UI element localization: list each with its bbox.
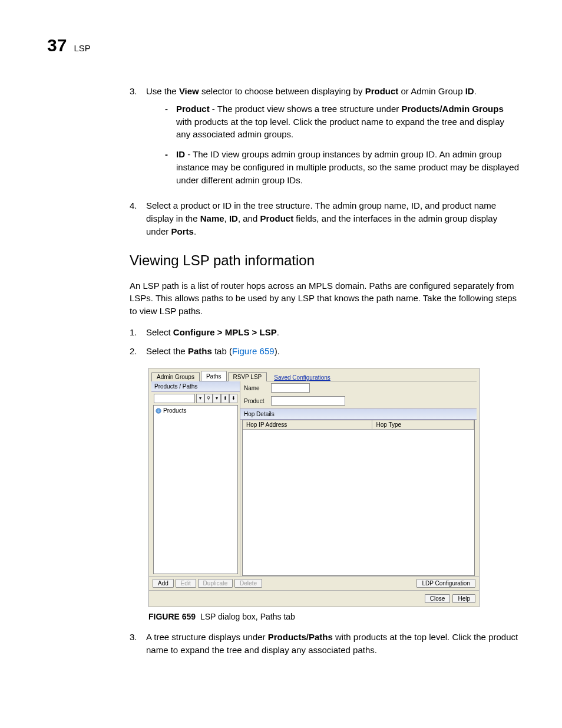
- intro-paragraph: An LSP path is a list of router hops acr…: [130, 279, 521, 318]
- step-text: Select: [146, 327, 173, 337]
- bold-id: ID: [176, 149, 185, 159]
- tree-root-label: Products: [163, 407, 186, 414]
- figure-659: Admin Groups Paths RSVP LSP Saved Config…: [148, 368, 521, 607]
- bold-product: Product: [260, 213, 293, 223]
- dropdown-button[interactable]: ▾: [196, 394, 204, 403]
- step-marker: 2.: [130, 345, 139, 358]
- path-step-2: 2. Select the Paths tab (Figure 659).: [130, 345, 521, 358]
- dialog-footer: Close Help: [149, 590, 479, 607]
- step-marker: 1.: [130, 326, 139, 339]
- bullet-marker: -: [165, 103, 168, 141]
- bold-ports: Ports: [171, 226, 194, 236]
- step-text: or Admin Group: [398, 86, 465, 96]
- tree-root-products[interactable]: Products: [156, 407, 236, 414]
- content-area: 3. Use the View selector to choose betwe…: [130, 85, 521, 657]
- step-text: , and: [238, 213, 260, 223]
- close-button[interactable]: Close: [425, 594, 451, 603]
- globe-icon: [156, 408, 161, 414]
- name-field[interactable]: [271, 383, 310, 393]
- step-text: .: [277, 327, 279, 337]
- tab-bar: Admin Groups Paths RSVP LSP Saved Config…: [149, 368, 479, 381]
- figure-caption-label: FIGURE 659: [148, 612, 196, 621]
- bullet-product: - Product - The product view shows a tre…: [165, 103, 521, 141]
- bullet-text: - The ID view groups admin group instanc…: [176, 149, 519, 185]
- action-row: Add Edit Duplicate Delete LDP Configurat…: [149, 576, 479, 590]
- left-pane: Products / Paths ▾ ⚲ ▾ ⬆ ⬇: [151, 381, 240, 576]
- bold-id: ID: [229, 213, 238, 223]
- duplicate-button[interactable]: Duplicate: [198, 579, 233, 588]
- right-pane: Name Product Hop Details Hop IP Address …: [240, 381, 477, 576]
- bold-paths-tab: Paths: [188, 346, 212, 356]
- bold-product: Product: [176, 104, 210, 114]
- bullet-list: - Product - The product view shows a tre…: [165, 103, 521, 187]
- page: 37 LSP 3. Use the View selector to choos…: [0, 0, 562, 700]
- path-step-1: 1. Select Configure > MPLS > LSP.: [130, 326, 521, 339]
- figure-caption: FIGURE 659 LSP dialog box, Paths tab: [148, 612, 521, 621]
- step-text: A tree structure displays under: [146, 632, 268, 642]
- step-text: ,: [224, 213, 229, 223]
- chapter-number: 37: [47, 35, 67, 55]
- step-text: tab (: [212, 346, 232, 356]
- step-text: Select the: [146, 346, 188, 356]
- expand-down-button[interactable]: ⬇: [229, 394, 237, 403]
- bold-name: Name: [200, 213, 224, 223]
- dropdown-button-2[interactable]: ▾: [213, 394, 221, 403]
- step-text: ).: [275, 346, 280, 356]
- step-text: .: [474, 86, 477, 96]
- step-4: 4. Select a product or ID in the tree st…: [130, 199, 521, 238]
- step-list-after-figure: 3. A tree structure displays under Produ…: [130, 631, 521, 657]
- hop-details-header: Hop Details: [240, 409, 477, 420]
- figure-caption-text: LSP dialog box, Paths tab: [200, 612, 295, 621]
- col-hop-ip: Hop IP Address: [243, 420, 372, 429]
- step-text: .: [194, 226, 196, 236]
- step-marker: 4.: [130, 199, 139, 238]
- section-heading: Viewing LSP path information: [130, 252, 521, 269]
- bold-products-admin-groups: Products/Admin Groups: [401, 104, 503, 114]
- tab-paths[interactable]: Paths: [201, 371, 227, 381]
- name-row: Name: [240, 381, 477, 394]
- bullet-text: - The product view shows a tree structur…: [210, 104, 402, 114]
- tab-admin-groups[interactable]: Admin Groups: [151, 372, 200, 381]
- collapse-up-button[interactable]: ⬆: [221, 394, 229, 403]
- product-tree[interactable]: Products: [153, 405, 238, 574]
- col-hop-type: Hop Type: [372, 420, 474, 429]
- add-button[interactable]: Add: [153, 579, 174, 588]
- bullet-marker: -: [165, 148, 168, 186]
- tab-body: Products / Paths ▾ ⚲ ▾ ⬆ ⬇: [151, 381, 477, 576]
- edit-button[interactable]: Edit: [176, 579, 196, 588]
- saved-configurations-link[interactable]: Saved Configurations: [274, 374, 330, 381]
- hop-grid-body: [243, 430, 474, 575]
- name-label: Name: [244, 385, 267, 391]
- bullet-text: with products at the top level. Click th…: [176, 117, 504, 140]
- tab-rsvp-lsp[interactable]: RSVP LSP: [228, 372, 267, 381]
- path-step-3: 3. A tree structure displays under Produ…: [130, 631, 521, 657]
- chapter-label: LSP: [74, 43, 90, 53]
- figure-link[interactable]: Figure 659: [232, 346, 275, 356]
- hop-grid-header: Hop IP Address Hop Type: [243, 420, 474, 430]
- step-text: Use the: [146, 86, 179, 96]
- step-list-paths: 1. Select Configure > MPLS > LSP. 2. Sel…: [130, 326, 521, 358]
- bold-id: ID: [465, 86, 474, 96]
- lsp-dialog: Admin Groups Paths RSVP LSP Saved Config…: [148, 368, 480, 607]
- running-head: 37 LSP: [47, 35, 521, 55]
- hop-grid: Hop IP Address Hop Type: [242, 420, 475, 576]
- bold-products-paths: Products/Paths: [268, 632, 333, 642]
- product-field[interactable]: [271, 396, 345, 406]
- step-marker: 3.: [130, 85, 139, 193]
- step-marker: 3.: [130, 631, 139, 657]
- step-3: 3. Use the View selector to choose betwe…: [130, 85, 521, 193]
- step-list-top: 3. Use the View selector to choose betwe…: [130, 85, 521, 238]
- filter-input[interactable]: [154, 394, 195, 403]
- left-pane-title: Products / Paths: [151, 381, 240, 392]
- bold-product: Product: [365, 86, 399, 96]
- filter-button[interactable]: ⚲: [204, 394, 213, 403]
- step-text: selector to choose between displaying by: [199, 86, 365, 96]
- bullet-id: - ID - The ID view groups admin group in…: [165, 148, 521, 186]
- help-button[interactable]: Help: [452, 594, 475, 603]
- delete-button[interactable]: Delete: [234, 579, 262, 588]
- ldp-configuration-button[interactable]: LDP Configuration: [416, 579, 475, 588]
- product-label: Product: [244, 398, 267, 404]
- product-row: Product: [240, 394, 477, 407]
- bold-menu-path: Configure > MPLS > LSP: [173, 327, 277, 337]
- left-toolbar: ▾ ⚲ ▾ ⬆ ⬇: [151, 392, 240, 405]
